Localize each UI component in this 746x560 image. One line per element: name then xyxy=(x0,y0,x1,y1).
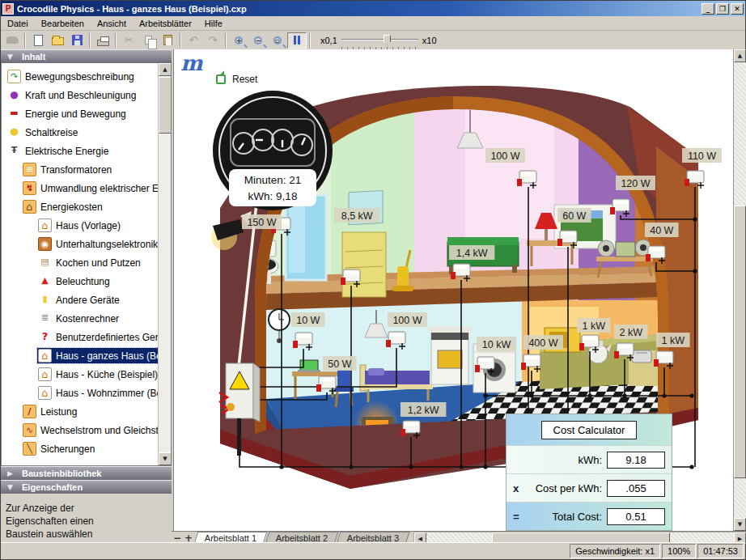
menu-datei[interactable]: Datei xyxy=(1,17,35,30)
app-window: P Crocodile Physics - Haus - ganzes Haus… xyxy=(0,0,746,560)
menubar: DateiBearbeitenAnsichtArbeitsblätterHilf… xyxy=(1,16,745,31)
zoom-out-icon: − xyxy=(254,36,262,45)
slider-track[interactable] xyxy=(341,39,418,40)
zoom-page-icon: ▫ xyxy=(273,36,282,45)
scroll-up-icon[interactable]: ▲ xyxy=(159,63,172,76)
switch-indicator xyxy=(341,278,345,285)
menu-bearbeiten[interactable]: Bearbeiten xyxy=(35,17,91,30)
sidebar: ▼ Inhalt ↷Bewegungsbeschreibung●Kraft un… xyxy=(1,49,172,544)
tree-item-label: Energie und Bewegung xyxy=(25,108,126,120)
copy-button xyxy=(138,32,158,49)
tree-item-kochen-und-putzen[interactable]: ▤Kochen und Putzen xyxy=(2,253,158,272)
vscrollbar-thumb[interactable] xyxy=(734,206,746,478)
svg-text:2 kW: 2 kW xyxy=(620,327,643,338)
cost-per-kwh-input[interactable]: .055 xyxy=(607,480,665,497)
menu-ansicht[interactable]: Ansicht xyxy=(91,17,133,30)
statusbar: Geschwindigkeit: x1 100% 01:47:53 xyxy=(1,542,745,559)
tree-item-elektrische-energie[interactable]: ŦElektrische Energie xyxy=(2,142,158,160)
scroll-down-icon[interactable]: ▼ xyxy=(159,452,172,465)
zoom-out-button[interactable]: − xyxy=(248,32,268,49)
tree-item-bewegungsbeschreibung[interactable]: ↷Bewegungsbeschreibung xyxy=(2,67,158,86)
reset-button[interactable]: Reset xyxy=(216,74,257,85)
tree-item-haus-vorlage[interactable]: ⌂Haus (Vorlage) xyxy=(2,216,158,235)
save-button[interactable] xyxy=(67,32,87,49)
force-icon: ● xyxy=(7,88,21,102)
svg-text:1 kW: 1 kW xyxy=(583,320,606,332)
tree-item-label: Haus (Vorlage) xyxy=(56,220,121,231)
properties-hint: Zur Anzeige der Eigenschaften einen Baus… xyxy=(1,494,172,549)
tree-item-label: Haus - Küche (Beispiel) xyxy=(56,369,158,380)
zoom-page-button[interactable]: ▫ xyxy=(268,32,287,49)
simulation-canvas[interactable]: 100 W110 W120 W60 W40 W8,5 kW150 W1,4 kW… xyxy=(173,49,733,531)
power-label: 1,2 kW xyxy=(401,402,446,417)
kwh-value[interactable]: 9.18 xyxy=(607,452,665,469)
motion-graph-icon: ↷ xyxy=(7,70,21,83)
undo-button: ↶ xyxy=(184,32,203,49)
tree-item-label: Kostenrechner xyxy=(56,313,119,325)
tree-item-haus-küche-beispiel[interactable]: ⌂Haus - Küche (Beispiel) xyxy=(2,365,158,384)
section-header-eigenschaften[interactable]: ▼ Eigenschaften xyxy=(1,480,172,494)
slider-thumb[interactable] xyxy=(384,35,391,45)
tree-item-label: Haus - Wohnzimmer (Beispiel) xyxy=(56,388,172,399)
switch-indicator xyxy=(475,365,480,372)
other-devices-icon: ▮ xyxy=(38,293,52,307)
speed-slider[interactable] xyxy=(341,35,418,46)
print-button[interactable] xyxy=(93,32,112,49)
canvas-vscrollbar[interactable]: ▲ ▼ xyxy=(733,49,746,531)
tree-item-sicherungen[interactable]: ╲Sicherungen xyxy=(2,439,158,458)
restore-button[interactable]: ❐ xyxy=(716,3,729,15)
titlebar[interactable]: P Crocodile Physics - Haus - ganzes Haus… xyxy=(1,1,745,16)
switch-indicator xyxy=(610,207,615,214)
circuits-icon: ● xyxy=(7,125,21,139)
toolbar-separator xyxy=(24,33,26,48)
power-label: 150 W xyxy=(242,214,282,229)
section-header-inhalt[interactable]: ▼ Inhalt xyxy=(1,49,172,63)
tree-item-unterhaltungselektronik[interactable]: ◉Unterhaltungselektronik xyxy=(2,235,158,253)
speed-control: x0,1 x10 xyxy=(316,35,441,46)
tree-item-haus-wohnzimmer-beispiel[interactable]: ⌂Haus - Wohnzimmer (Beispiel) xyxy=(2,384,158,402)
cut-button: ✂ xyxy=(119,32,138,49)
tree-item-umwandlung-elektrischer-energie[interactable]: ↯Umwandlung elektrischer Energie xyxy=(2,179,158,197)
power-label: 400 W xyxy=(523,335,563,350)
total-cost-value[interactable]: 0.51 xyxy=(607,508,665,525)
tree-item-andere-geräte[interactable]: ▮Andere Geräte xyxy=(2,291,158,309)
menu-hilfe[interactable]: Hilfe xyxy=(198,17,229,30)
tree-item-kraft-und-beschleunigung[interactable]: ●Kraft und Beschleunigung xyxy=(2,86,158,104)
scroll-down-icon[interactable]: ▼ xyxy=(734,518,746,531)
tree-item-wechselstrom-und-gleichstrom[interactable]: ∿Wechselstrom und Gleichstrom xyxy=(2,421,158,439)
cost-calculator-panel[interactable]: Cost Calculator kWh: 9.18 x Cost per kWh… xyxy=(506,414,672,531)
menu-arbeitsbl-tter[interactable]: Arbeitsblätter xyxy=(133,17,198,30)
speed-min-label: x0,1 xyxy=(320,36,337,45)
section-header-bausteinbibliothek[interactable]: ▶ Bausteinbibliothek xyxy=(1,466,172,480)
tree-item-schaltkreise[interactable]: ●Schaltkreise xyxy=(2,123,158,142)
tree-item-kostenrechner[interactable]: ≣Kostenrechner xyxy=(2,309,158,328)
tree-item-benutzerdefiniertes-gerät[interactable]: ?Benutzerdefiniertes Gerät xyxy=(2,328,158,346)
open-icon xyxy=(52,37,64,45)
pause-button[interactable] xyxy=(287,32,307,49)
tree-item-leistung[interactable]: ∕Leistung xyxy=(2,402,158,421)
tree-item-transformatoren[interactable]: ≡Transformatoren xyxy=(2,160,158,179)
cost-per-kwh-row: x Cost per kWh: .055 xyxy=(507,473,672,502)
content-tree: ↷Bewegungsbeschreibung●Kraft und Beschle… xyxy=(1,63,172,466)
scrollbar-thumb[interactable] xyxy=(159,77,172,134)
toolbar-separator xyxy=(309,33,311,48)
minimize-button[interactable]: _ xyxy=(701,3,714,15)
fuses-icon: ╲ xyxy=(23,442,36,456)
tree-item-energiekosten[interactable]: ⌂Energiekosten xyxy=(2,197,158,216)
sidebar-scrollbar[interactable]: ▲ ▼ xyxy=(158,63,171,465)
zoom-in-button[interactable]: + xyxy=(229,32,248,49)
tree-item-energie-und-bewegung[interactable]: ▬Energie und Bewegung xyxy=(2,104,158,123)
electricity-meter[interactable]: Minuten: 21 kWh: 9,18 xyxy=(213,91,333,210)
switch-indicator xyxy=(521,363,526,370)
new-button[interactable] xyxy=(28,32,48,49)
open-button[interactable] xyxy=(48,32,67,49)
scroll-up-icon[interactable]: ▲ xyxy=(734,49,746,62)
switch-indicator xyxy=(654,359,659,367)
svg-text:10 W: 10 W xyxy=(296,315,320,326)
svg-text:40 W: 40 W xyxy=(650,225,673,236)
tree-item-beleuchtung[interactable]: ▲Beleuchtung xyxy=(2,272,158,291)
svg-text:100 W: 100 W xyxy=(490,151,519,162)
close-button[interactable]: ✕ xyxy=(731,3,744,15)
tree-item-haus-ganzes-haus-beispiel[interactable]: ⌂Haus - ganzes Haus (Beispiel) xyxy=(2,346,158,365)
paste-icon xyxy=(163,35,172,45)
